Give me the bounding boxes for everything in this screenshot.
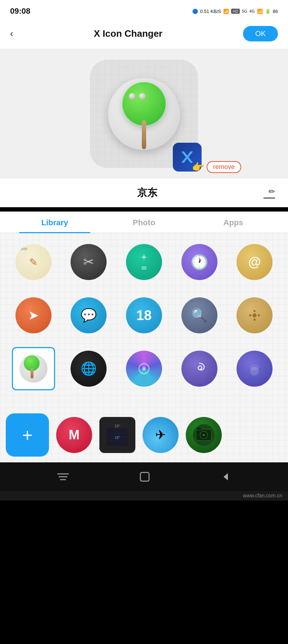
weather-svg: 18° [107, 428, 128, 446]
lens-icon [126, 351, 162, 387]
back-button[interactable]: ‹ [10, 28, 13, 39]
watermark-text: www.cfan.com.cn [243, 493, 282, 498]
m-app-icon[interactable]: M [56, 417, 92, 453]
svg-point-3 [249, 314, 251, 316]
icon-row-3: 🌐 [6, 347, 282, 390]
m-letter: M [69, 427, 80, 443]
icon-grid-area: ✎ Note ✂ ＋ ＝ 🕐 @ [0, 233, 288, 408]
bottom-row: + M 18° 18° ✈ [0, 408, 288, 462]
purple-night-icon [237, 351, 273, 387]
network-speed: 0.51 KB/S [200, 9, 221, 14]
app-name-row: 京东 ✏ [0, 179, 288, 207]
back-icon [221, 472, 231, 482]
icon-cell-clock[interactable]: 🕐 [178, 240, 221, 284]
lollipop-head [122, 82, 166, 125]
weather-tile-icon[interactable]: 18° 18° [99, 417, 135, 453]
status-icons: 🔵 0.51 KB/S 📶 HD 5G 4G 📶 🔋 86 [192, 9, 278, 14]
icon-cell-email[interactable]: @ [233, 240, 276, 284]
header: ‹ X Icon Changer OK [0, 20, 288, 49]
plane-game-icon[interactable]: ✈ [143, 417, 179, 453]
nav-back-button[interactable] [221, 472, 231, 482]
calculator-icon: ＋ ＝ [126, 244, 162, 280]
battery-level: 86 [273, 9, 278, 14]
app-title: X Icon Changer [94, 28, 163, 39]
svg-point-7 [143, 368, 145, 369]
icon-cell-scissors[interactable]: ✂ [67, 240, 110, 284]
globe-icon: 🌐 [71, 351, 107, 387]
icon-cell-calc[interactable]: ＋ ＝ [122, 240, 166, 284]
tabs-row: Library Photo Apps [0, 212, 288, 233]
remove-hand-icon: 👉 [192, 161, 204, 173]
tab-apps[interactable]: Apps [189, 212, 278, 232]
watermark: www.cfan.com.cn [0, 491, 288, 501]
remove-tooltip: 👉 remove [192, 161, 241, 173]
svg-point-4 [258, 314, 260, 316]
settings-svg [247, 308, 262, 323]
icon-cell-swirl[interactable] [178, 347, 221, 390]
icon-cell-lollipop-selected[interactable] [12, 347, 55, 390]
svg-point-0 [253, 314, 256, 317]
nav-home-button[interactable] [140, 472, 150, 482]
weather-temp: 18° [114, 424, 121, 428]
svg-point-9 [249, 364, 260, 370]
edit-icon[interactable]: ✏ [269, 187, 275, 196]
icon-cell-chat[interactable]: 💬 [67, 294, 110, 337]
tab-photo[interactable]: Photo [99, 212, 189, 232]
icon-cell-settings[interactable] [233, 294, 276, 337]
lollipop-eye-left [129, 93, 135, 99]
lollipop-illustration [104, 74, 184, 154]
svg-rect-25 [140, 472, 149, 481]
bluetooth-icon: 🔵 [192, 9, 198, 14]
icon-preview-wrapper: 👉 remove [90, 60, 198, 168]
icon-cell-globe[interactable]: 🌐 [67, 347, 110, 390]
chat-icon: 💬 [71, 297, 107, 333]
nav-bar [0, 462, 288, 491]
clock-icon: 🕐 [181, 244, 217, 280]
app-name-text: 京东 [31, 186, 264, 200]
icon-cell-compass[interactable]: ➤ [12, 294, 55, 337]
svg-point-1 [253, 310, 256, 312]
compass-icon: ➤ [15, 297, 51, 333]
icon-cell-purple-night[interactable] [233, 347, 276, 390]
purple-night-svg [246, 360, 263, 377]
settings-icon [237, 297, 273, 333]
menu-icon [57, 472, 69, 481]
icon-cell-cal18[interactable]: 18 [122, 294, 166, 337]
retro-camera-icon[interactable] [186, 417, 222, 453]
add-icon-button[interactable]: + [6, 413, 49, 457]
retrocam-svg [193, 424, 215, 446]
lollipop-mini [17, 352, 50, 385]
email-icon: @ [237, 244, 273, 280]
home-icon [140, 472, 150, 482]
battery-icon: 🔋 [265, 9, 271, 14]
signal-icon: 📶 [257, 9, 263, 14]
calendar-icon: 18 [126, 297, 162, 333]
remove-label[interactable]: remove [207, 161, 241, 173]
4g-icon: 4G [249, 9, 255, 13]
lens-svg [136, 360, 152, 377]
plane-emoji: ✈ [155, 427, 166, 443]
icon-cell-note[interactable]: ✎ Note [12, 240, 55, 284]
icon-row-1: ✎ Note ✂ ＋ ＝ 🕐 @ [6, 240, 282, 284]
plus-icon: + [22, 426, 32, 444]
ok-button[interactable]: OK [243, 26, 278, 41]
icon-preview-area: 👉 remove [0, 49, 288, 179]
svg-text:18°: 18° [114, 436, 120, 440]
wifi-icon: 📶 [223, 9, 229, 14]
swirl-svg [191, 360, 208, 377]
icon-cell-lens[interactable] [122, 347, 166, 390]
svg-point-20 [203, 434, 204, 436]
edit-underline [264, 197, 275, 199]
svg-rect-21 [197, 427, 202, 430]
lollipop-eye-right [139, 93, 145, 99]
radar-icon: 🔍 [181, 297, 217, 333]
edit-icon-wrapper[interactable]: ✏ [264, 187, 275, 199]
icon-row-2: ➤ 💬 18 🔍 [6, 294, 282, 337]
nav-menu-button[interactable] [57, 472, 69, 481]
status-bar: 09:08 🔵 0.51 KB/S 📶 HD 5G 4G 📶 🔋 86 [0, 0, 288, 20]
tab-library[interactable]: Library [10, 212, 99, 232]
icon-cell-radar[interactable]: 🔍 [178, 294, 221, 337]
svg-point-2 [253, 319, 256, 321]
hd-icon: HD [231, 9, 240, 14]
swirl-icon [181, 351, 217, 387]
